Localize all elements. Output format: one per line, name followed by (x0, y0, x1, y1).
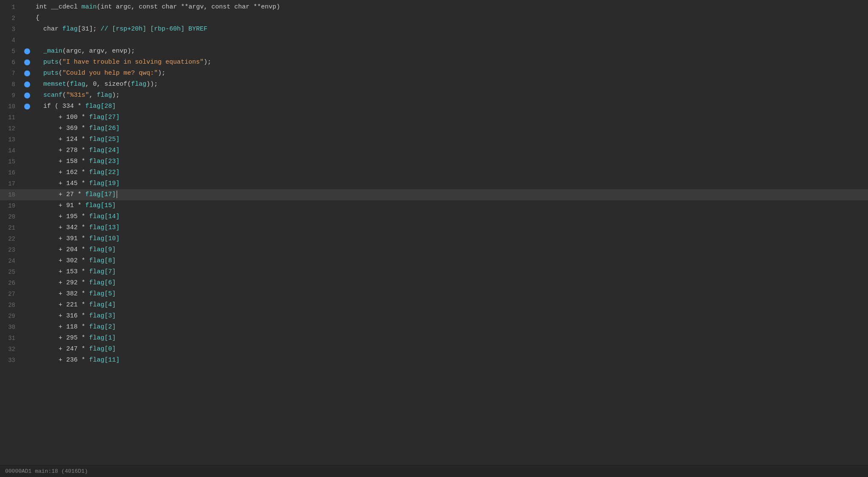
op-token: ( (66, 81, 70, 88)
line-number: 9 (0, 92, 22, 99)
bracket-token: [9] (104, 246, 116, 253)
line-number: 25 (0, 269, 22, 275)
var-token: flag (89, 257, 104, 264)
code-content: puts("Could you help me? qwq:"); (32, 68, 868, 79)
line-number: 28 (0, 302, 22, 309)
code-content: + 158 * flag[23] (32, 156, 868, 167)
var-token: flag (89, 125, 104, 132)
op-token: + 316 * (36, 312, 89, 320)
code-line: 18 + 27 * flag[17] (0, 189, 868, 200)
op-token: + 145 * (36, 180, 89, 187)
code-line: 33 + 236 * flag[11] (0, 355, 868, 366)
op-token (36, 70, 43, 77)
op-token: ( (59, 70, 62, 77)
line-number: 10 (0, 103, 22, 110)
line-number: 8 (0, 81, 22, 88)
op-token: + 118 * (36, 323, 89, 331)
code-content: + 118 * flag[2] (32, 322, 868, 333)
op-token: )); (146, 81, 158, 88)
code-content: + 236 * flag[11] (32, 355, 868, 366)
type-token: int (36, 3, 47, 11)
var-token: flag (89, 268, 104, 275)
code-line: 32 + 247 * flag[0] (0, 344, 868, 355)
op-token: (argc, argv, envp); (62, 48, 135, 55)
var-token: flag (89, 158, 104, 165)
op-token: ( (59, 59, 62, 66)
code-content: + 221 * flag[4] (32, 300, 868, 311)
code-line: 12 + 369 * flag[26] (0, 123, 868, 134)
bracket-token: [19] (104, 180, 120, 187)
line-number: 11 (0, 114, 22, 121)
code-line: 28 + 221 * flag[4] (0, 300, 868, 311)
op-token (36, 25, 43, 33)
op-token: ); (204, 59, 211, 66)
func-token: memset (43, 81, 66, 88)
op-token: + 153 * (36, 268, 89, 275)
breakpoint[interactable] (22, 70, 32, 76)
line-number: 17 (0, 180, 22, 187)
code-content: if ( 334 * flag[28] (32, 101, 868, 112)
code-content: + 145 * flag[19] (32, 178, 868, 189)
breakpoint[interactable] (22, 81, 32, 87)
comment-token: // [rsp+20h] [rbp-60h] BYREF (101, 25, 207, 33)
code-line: 13 + 124 * flag[25] (0, 134, 868, 145)
code-line: 10 if ( 334 * flag[28] (0, 101, 868, 112)
type-token: char (43, 25, 59, 33)
var-token: flag (89, 345, 104, 353)
breakpoint[interactable] (22, 59, 32, 65)
code-content: + 204 * flag[9] (32, 244, 868, 255)
op-token (36, 48, 43, 55)
code-line: 7 puts("Could you help me? qwq:"); (0, 68, 868, 79)
bracket-token: [24] (104, 147, 120, 154)
code-content: puts("I have trouble in solving equation… (32, 57, 868, 68)
code-content: + 247 * flag[0] (32, 344, 868, 355)
bracket-token: [26] (104, 125, 120, 132)
op-token: + 391 * (36, 235, 89, 242)
op-token: , (89, 92, 97, 99)
op-token: + 221 * (36, 301, 89, 309)
line-number: 33 (0, 357, 22, 364)
var-token: flag (89, 136, 104, 143)
code-line: 14 + 278 * flag[24] (0, 145, 868, 156)
op-token: ( (97, 3, 101, 11)
code-line: 25 + 153 * flag[7] (0, 267, 868, 278)
bracket-token: [10] (104, 235, 120, 242)
breakpoint[interactable] (22, 48, 32, 54)
line-number: 23 (0, 247, 22, 253)
code-line: 19 + 91 * flag[15] (0, 200, 868, 211)
code-content: _main(argc, argv, envp); (32, 46, 868, 57)
op-token (59, 25, 62, 33)
var-token: flag (89, 169, 104, 176)
breakpoint[interactable] (22, 104, 32, 109)
editor: 1int __cdecl main(int argc, const char *… (0, 0, 868, 477)
var-token: flag (89, 180, 104, 187)
line-number: 16 (0, 169, 22, 176)
code-line: 27 + 382 * flag[5] (0, 289, 868, 300)
code-content: + 382 * flag[5] (32, 289, 868, 300)
code-content: scanf("%31s", flag); (32, 90, 868, 101)
op-token: + 236 * (36, 356, 89, 364)
bracket-token: [22] (104, 169, 120, 176)
line-number: 5 (0, 48, 22, 55)
op-token: + 278 * (36, 147, 89, 154)
line-number: 7 (0, 70, 22, 77)
line-number: 26 (0, 280, 22, 286)
op-token: + 91 * (36, 202, 85, 209)
op-token: + 302 * (36, 257, 89, 264)
op-token: + 295 * (36, 334, 89, 342)
code-line: 2{ (0, 13, 868, 24)
op-token: + 100 * (36, 114, 89, 121)
code-line: 30 + 118 * flag[2] (0, 322, 868, 333)
line-number: 27 (0, 291, 22, 297)
code-line: 31 + 295 * flag[1] (0, 333, 868, 344)
kw-token: const (211, 3, 230, 11)
line-number: 6 (0, 59, 22, 66)
breakpoint[interactable] (22, 93, 32, 98)
code-content: int __cdecl main(int argc, const char **… (32, 2, 868, 13)
line-number: 14 (0, 147, 22, 154)
bracket-token: [11] (104, 356, 120, 364)
func-token: puts (43, 59, 59, 66)
breakpoint-dot (24, 48, 30, 54)
code-line: 1int __cdecl main(int argc, const char *… (0, 2, 868, 13)
line-number: 21 (0, 224, 22, 231)
